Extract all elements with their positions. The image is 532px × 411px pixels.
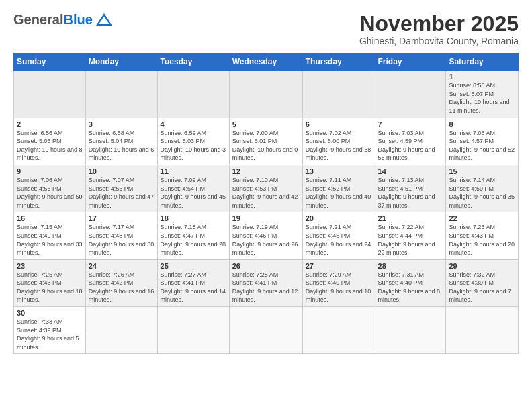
- week-row-0: 1Sunrise: 6:55 AM Sunset: 5:07 PM Daylig…: [14, 71, 519, 118]
- day-info: Sunrise: 7:17 AM Sunset: 4:48 PM Dayligh…: [89, 223, 154, 257]
- day-cell: 26Sunrise: 7:28 AM Sunset: 4:41 PM Dayli…: [229, 259, 302, 306]
- week-row-1: 2Sunrise: 6:56 AM Sunset: 5:05 PM Daylig…: [14, 118, 519, 165]
- day-info: Sunrise: 7:32 AM Sunset: 4:39 PM Dayligh…: [449, 271, 515, 304]
- day-info: Sunrise: 7:23 AM Sunset: 4:43 PM Dayligh…: [449, 223, 515, 257]
- day-cell: 28Sunrise: 7:31 AM Sunset: 4:40 PM Dayli…: [375, 259, 446, 306]
- day-number: 26: [232, 262, 300, 270]
- day-info: Sunrise: 6:59 AM Sunset: 5:03 PM Dayligh…: [161, 129, 226, 163]
- week-row-5: 30Sunrise: 7:33 AM Sunset: 4:39 PM Dayli…: [14, 307, 519, 354]
- day-cell: [85, 71, 157, 118]
- day-number: 27: [306, 262, 372, 270]
- day-cell: 4Sunrise: 6:59 AM Sunset: 5:03 PM Daylig…: [157, 118, 229, 165]
- day-info: Sunrise: 7:06 AM Sunset: 4:56 PM Dayligh…: [17, 176, 83, 210]
- day-info: Sunrise: 7:05 AM Sunset: 4:57 PM Dayligh…: [449, 129, 515, 163]
- day-cell: 29Sunrise: 7:32 AM Sunset: 4:39 PM Dayli…: [446, 259, 519, 306]
- day-cell: 8Sunrise: 7:05 AM Sunset: 4:57 PM Daylig…: [446, 118, 519, 165]
- day-info: Sunrise: 7:10 AM Sunset: 4:53 PM Dayligh…: [232, 176, 300, 210]
- subtitle: Ghinesti, Dambovita County, Romania: [359, 36, 519, 46]
- day-info: Sunrise: 7:22 AM Sunset: 4:44 PM Dayligh…: [378, 223, 443, 257]
- day-cell: 16Sunrise: 7:15 AM Sunset: 4:49 PM Dayli…: [14, 212, 86, 259]
- col-header-saturday: Saturday: [446, 54, 519, 71]
- day-cell: 11Sunrise: 7:09 AM Sunset: 4:54 PM Dayli…: [157, 165, 229, 212]
- day-number: 22: [449, 214, 515, 222]
- day-cell: [14, 71, 86, 118]
- day-number: 19: [232, 214, 300, 222]
- col-header-friday: Friday: [375, 54, 446, 71]
- day-cell: [157, 71, 229, 118]
- day-info: Sunrise: 7:03 AM Sunset: 4:59 PM Dayligh…: [378, 129, 443, 163]
- day-cell: 13Sunrise: 7:11 AM Sunset: 4:52 PM Dayli…: [302, 165, 375, 212]
- day-number: 9: [17, 167, 83, 175]
- day-cell: [229, 71, 302, 118]
- col-header-sunday: Sunday: [14, 54, 86, 71]
- day-info: Sunrise: 7:00 AM Sunset: 5:01 PM Dayligh…: [232, 129, 300, 163]
- logo-icon: [95, 12, 114, 27]
- day-number: 25: [161, 262, 226, 270]
- day-cell: 3Sunrise: 6:58 AM Sunset: 5:04 PM Daylig…: [85, 118, 157, 165]
- day-info: Sunrise: 7:28 AM Sunset: 4:41 PM Dayligh…: [232, 271, 300, 304]
- day-number: 2: [17, 120, 83, 128]
- logo-general: General: [13, 13, 63, 26]
- week-row-2: 9Sunrise: 7:06 AM Sunset: 4:56 PM Daylig…: [14, 165, 519, 212]
- day-number: 10: [89, 167, 154, 175]
- day-number: 24: [89, 262, 154, 270]
- day-cell: 12Sunrise: 7:10 AM Sunset: 4:53 PM Dayli…: [229, 165, 302, 212]
- header-row: SundayMondayTuesdayWednesdayThursdayFrid…: [14, 54, 519, 71]
- day-cell: [375, 307, 446, 354]
- day-info: Sunrise: 7:19 AM Sunset: 4:46 PM Dayligh…: [232, 223, 300, 257]
- day-number: 23: [17, 262, 83, 270]
- day-info: Sunrise: 7:31 AM Sunset: 4:40 PM Dayligh…: [378, 271, 443, 304]
- day-info: Sunrise: 7:07 AM Sunset: 4:55 PM Dayligh…: [89, 176, 154, 210]
- day-info: Sunrise: 7:25 AM Sunset: 4:43 PM Dayligh…: [17, 271, 83, 304]
- day-info: Sunrise: 7:27 AM Sunset: 4:41 PM Dayligh…: [161, 271, 226, 304]
- logo-text: General Blue: [13, 12, 114, 27]
- day-number: 20: [306, 214, 372, 222]
- col-header-tuesday: Tuesday: [157, 54, 229, 71]
- day-number: 17: [89, 214, 154, 222]
- logo: General Blue: [13, 12, 114, 27]
- day-number: 4: [161, 120, 226, 128]
- day-cell: 10Sunrise: 7:07 AM Sunset: 4:55 PM Dayli…: [85, 165, 157, 212]
- day-info: Sunrise: 7:26 AM Sunset: 4:42 PM Dayligh…: [89, 271, 154, 304]
- day-info: Sunrise: 7:15 AM Sunset: 4:49 PM Dayligh…: [17, 223, 83, 257]
- day-number: 29: [449, 262, 515, 270]
- day-number: 18: [161, 214, 226, 222]
- calendar-table: SundayMondayTuesdayWednesdayThursdayFrid…: [13, 53, 519, 354]
- day-cell: 15Sunrise: 7:14 AM Sunset: 4:50 PM Dayli…: [446, 165, 519, 212]
- day-info: Sunrise: 7:14 AM Sunset: 4:50 PM Dayligh…: [449, 176, 515, 210]
- day-cell: 5Sunrise: 7:00 AM Sunset: 5:01 PM Daylig…: [229, 118, 302, 165]
- day-info: Sunrise: 6:56 AM Sunset: 5:05 PM Dayligh…: [17, 129, 83, 163]
- day-cell: 9Sunrise: 7:06 AM Sunset: 4:56 PM Daylig…: [14, 165, 86, 212]
- day-cell: 6Sunrise: 7:02 AM Sunset: 5:00 PM Daylig…: [302, 118, 375, 165]
- day-cell: 2Sunrise: 6:56 AM Sunset: 5:05 PM Daylig…: [14, 118, 86, 165]
- day-cell: 20Sunrise: 7:21 AM Sunset: 4:45 PM Dayli…: [302, 212, 375, 259]
- day-cell: 30Sunrise: 7:33 AM Sunset: 4:39 PM Dayli…: [14, 307, 86, 354]
- day-number: 15: [449, 167, 515, 175]
- day-info: Sunrise: 7:29 AM Sunset: 4:40 PM Dayligh…: [306, 271, 372, 304]
- day-number: 30: [17, 309, 83, 317]
- day-number: 11: [161, 167, 226, 175]
- day-number: 3: [89, 120, 154, 128]
- day-cell: 23Sunrise: 7:25 AM Sunset: 4:43 PM Dayli…: [14, 259, 86, 306]
- day-number: 8: [449, 120, 515, 128]
- day-info: Sunrise: 7:11 AM Sunset: 4:52 PM Dayligh…: [306, 176, 372, 210]
- day-number: 14: [378, 167, 443, 175]
- day-number: 7: [378, 120, 443, 128]
- page: General Blue November 2025 Ghinesti, Dam…: [0, 0, 532, 411]
- day-cell: 22Sunrise: 7:23 AM Sunset: 4:43 PM Dayli…: [446, 212, 519, 259]
- day-cell: [85, 307, 157, 354]
- day-number: 16: [17, 214, 83, 222]
- day-cell: 24Sunrise: 7:26 AM Sunset: 4:42 PM Dayli…: [85, 259, 157, 306]
- day-number: 13: [306, 167, 372, 175]
- day-info: Sunrise: 7:33 AM Sunset: 4:39 PM Dayligh…: [17, 318, 83, 351]
- col-header-thursday: Thursday: [302, 54, 375, 71]
- day-number: 1: [449, 73, 515, 81]
- week-row-3: 16Sunrise: 7:15 AM Sunset: 4:49 PM Dayli…: [14, 212, 519, 259]
- day-cell: 21Sunrise: 7:22 AM Sunset: 4:44 PM Dayli…: [375, 212, 446, 259]
- day-number: 6: [306, 120, 372, 128]
- day-number: 12: [232, 167, 300, 175]
- header: General Blue November 2025 Ghinesti, Dam…: [13, 12, 519, 46]
- day-cell: 7Sunrise: 7:03 AM Sunset: 4:59 PM Daylig…: [375, 118, 446, 165]
- day-info: Sunrise: 7:09 AM Sunset: 4:54 PM Dayligh…: [161, 176, 226, 210]
- day-info: Sunrise: 6:58 AM Sunset: 5:04 PM Dayligh…: [89, 129, 154, 163]
